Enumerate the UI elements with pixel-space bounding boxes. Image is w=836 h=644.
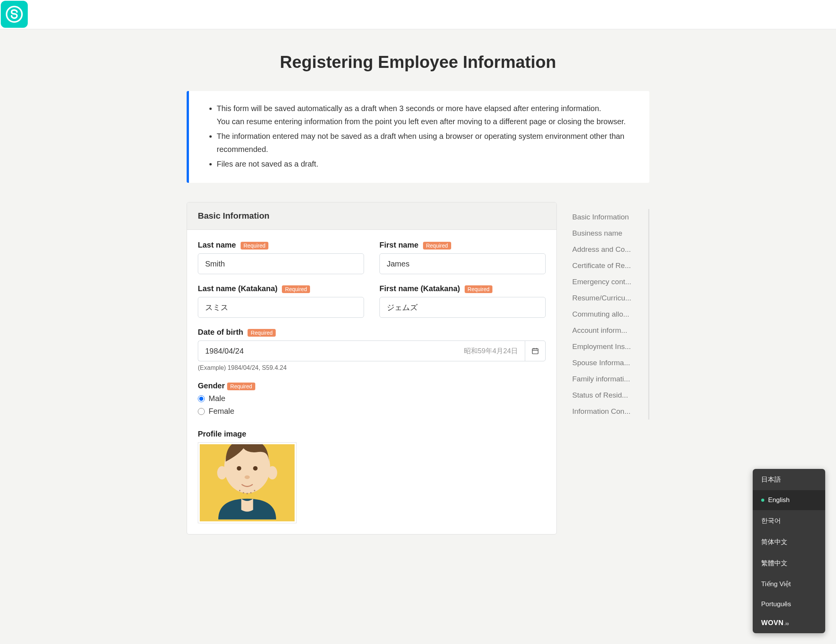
notice-item: The information entered may not be saved… [217,130,634,156]
last-name-label: Last name Required [198,241,364,250]
required-badge: Required [241,242,269,250]
svg-point-8 [268,466,277,480]
svg-point-10 [253,466,258,471]
first-name-kana-input[interactable] [379,297,546,318]
page-title: Registering Employee Information [187,52,649,72]
section-nav: Basic Information Business name Address … [572,209,649,420]
notice-item: Files are not saved as a draft. [217,157,634,170]
nav-item-family[interactable]: Family informati... [572,371,648,387]
language-widget: 日本語 English 한국어 简体中文 繁體中文 Tiếng Việt Por… [753,469,825,550]
last-name-kana-input[interactable] [198,297,364,318]
notice-list: This form will be saved automatically as… [204,102,634,170]
gender-male-option[interactable]: Male [198,394,546,403]
last-name-input[interactable] [198,253,364,274]
svg-point-11 [244,475,249,479]
required-badge: Required [227,383,255,390]
dob-value: 1984/04/24 [205,347,244,356]
svg-point-13 [243,492,244,494]
nav-item-emergency[interactable]: Emergency cont... [572,274,648,290]
lang-option-ja[interactable]: 日本語 [753,469,825,490]
nav-item-commuting[interactable]: Commuting allo... [572,306,648,322]
svg-point-16 [254,490,255,491]
svg-point-7 [217,466,227,480]
notice-box: This form will be saved automatically as… [187,91,649,183]
svg-point-14 [246,493,248,494]
first-name-label: First name Required [379,241,546,250]
gender-label: GenderRequired [198,381,546,390]
dob-label: Date of birth Required [198,328,546,337]
required-badge: Required [282,285,310,293]
first-name-kana-label: First name (Katakana) Required [379,284,546,293]
section-title: Basic Information [198,211,546,221]
basic-info-section: Basic Information Last name Required [187,202,557,534]
required-badge: Required [423,242,451,250]
nav-item-address[interactable]: Address and Co... [572,241,648,258]
avatar-icon [200,444,295,521]
profile-image-label: Profile image [198,430,546,438]
nav-item-basic-info[interactable]: Basic Information [572,209,648,225]
required-badge: Required [248,329,276,337]
nav-item-certificate[interactable]: Certificate of Re... [572,258,648,274]
profile-image-thumb[interactable] [198,442,297,523]
nav-item-employment-ins[interactable]: Employment Ins... [572,339,648,355]
top-bar [0,0,836,29]
dob-helper: (Example) 1984/04/24, S59.4.24 [198,364,546,371]
nav-item-residence[interactable]: Status of Resid... [572,387,648,403]
logo-icon [5,5,24,24]
calendar-icon [531,347,539,355]
gender-male-radio[interactable] [198,395,205,402]
language-list: 日本語 English 한국어 简体中文 繁體中文 Tiếng Việt Por… [753,469,825,550]
nav-item-resume[interactable]: Resume/Curricu... [572,290,648,306]
svg-point-15 [250,492,252,494]
lang-option-en[interactable]: English [753,490,825,510]
dob-input[interactable]: 1984/04/24 昭和59年4月24日 [198,341,525,361]
dob-jp-value: 昭和59年4月24日 [464,346,518,356]
nav-item-info-con[interactable]: Information Con... [572,403,648,420]
required-badge: Required [465,285,493,293]
svg-rect-1 [533,349,538,354]
svg-point-12 [239,490,241,491]
active-dot-icon [761,499,764,502]
lang-option-zh-cn[interactable]: 简体中文 [753,531,825,550]
last-name-kana-label: Last name (Katakana) Required [198,284,364,293]
nav-item-business-name[interactable]: Business name [572,225,648,241]
section-header: Basic Information [187,202,556,230]
dob-calendar-button[interactable] [525,341,546,361]
app-logo[interactable] [1,1,28,28]
nav-item-spouse[interactable]: Spouse Informa... [572,355,648,371]
lang-option-ko[interactable]: 한국어 [753,510,825,531]
notice-item: This form will be saved automatically as… [217,102,634,128]
gender-female-radio[interactable] [198,408,205,415]
svg-point-9 [237,466,241,471]
nav-item-account[interactable]: Account inform... [572,322,648,339]
first-name-input[interactable] [379,253,546,274]
gender-female-option[interactable]: Female [198,407,546,416]
